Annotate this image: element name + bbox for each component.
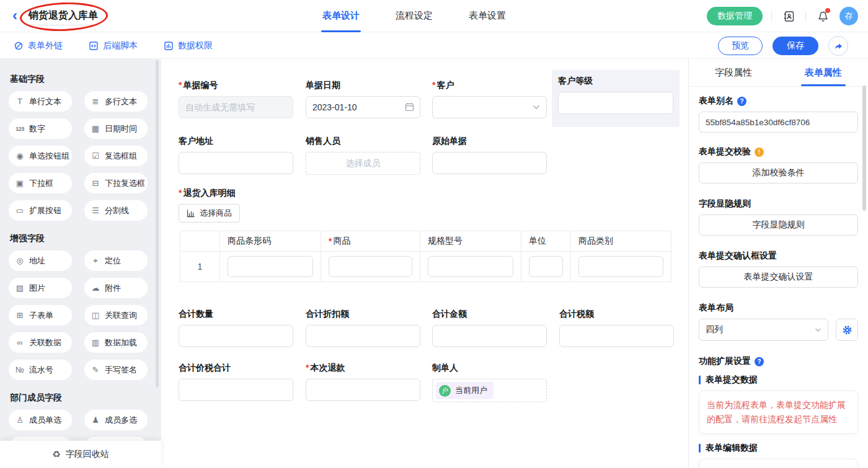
contacts-icon[interactable] bbox=[781, 8, 797, 24]
field-single-line-text[interactable]: T单行文本 bbox=[9, 91, 72, 112]
preview-button[interactable]: 预览 bbox=[718, 37, 763, 55]
notification-bell-icon[interactable] bbox=[815, 8, 831, 24]
tab-form-setting[interactable]: 表单设置 bbox=[469, 0, 506, 32]
field-extend-button[interactable]: ▭扩展按钮 bbox=[9, 200, 72, 221]
total-qty-input[interactable] bbox=[179, 325, 293, 347]
total-discount-input[interactable] bbox=[306, 325, 420, 347]
tab-flow-setting[interactable]: 流程设定 bbox=[396, 0, 433, 32]
field-select[interactable]: ▣下拉框 bbox=[9, 173, 72, 193]
help-icon[interactable] bbox=[737, 97, 746, 106]
field-radio-group[interactable]: ◉单选按钮组 bbox=[9, 146, 72, 166]
help-icon[interactable] bbox=[755, 357, 764, 366]
current-user-tag: 户 当前用户 bbox=[436, 382, 494, 399]
field-data-load[interactable]: ▥数据加载 bbox=[84, 332, 148, 353]
field-location[interactable]: ⌖定位 bbox=[84, 250, 148, 271]
bar-chart-icon bbox=[187, 209, 195, 218]
form-external-link[interactable]: 表单外链 bbox=[14, 40, 63, 51]
field-total-with-tax[interactable]: 合计价税合计 bbox=[179, 363, 293, 401]
field-refund[interactable]: 本次退款 bbox=[306, 363, 420, 401]
field-total-discount[interactable]: 合计折扣额 bbox=[306, 309, 420, 347]
visibility-rules-button[interactable]: 字段显隐规则 bbox=[699, 214, 858, 236]
share-button[interactable] bbox=[828, 36, 848, 56]
warning-icon[interactable] bbox=[755, 148, 764, 157]
user-icon: 户 bbox=[439, 385, 451, 397]
field-sales-person[interactable]: 销售人员 选择成员 bbox=[306, 136, 420, 175]
field-original-doc[interactable]: 原始单据 bbox=[432, 136, 547, 174]
unit-input[interactable] bbox=[529, 256, 563, 277]
pen-icon: ✎ bbox=[91, 365, 100, 374]
field-attachment[interactable]: ☁附件 bbox=[84, 278, 148, 298]
panel-scrollbar[interactable] bbox=[862, 86, 866, 211]
field-creator[interactable]: 制单人 户 当前用户 bbox=[432, 363, 547, 402]
col-header-barcode: 商品条形码 bbox=[220, 231, 321, 251]
tab-form-properties[interactable]: 表单属性 bbox=[779, 59, 868, 86]
back-button[interactable]: ‹ bbox=[12, 7, 17, 24]
avatar[interactable]: 存 bbox=[839, 7, 858, 25]
edit-data-section: 表单编辑数据 bbox=[699, 443, 858, 454]
spec-input[interactable] bbox=[428, 256, 513, 277]
category-input[interactable] bbox=[578, 256, 663, 277]
customer-select[interactable] bbox=[432, 96, 547, 118]
add-validation-button[interactable]: 添加校验条件 bbox=[699, 162, 858, 183]
creator-picker[interactable]: 户 当前用户 bbox=[432, 379, 547, 402]
doc-date-input[interactable] bbox=[306, 96, 420, 118]
doc-no-input[interactable] bbox=[179, 96, 293, 118]
refund-input[interactable] bbox=[306, 379, 420, 401]
serial-icon: № bbox=[15, 365, 25, 374]
select-member-picker[interactable]: 选择成员 bbox=[306, 152, 420, 175]
field-recycle-bin[interactable]: ♻ 字段回收站 bbox=[0, 441, 161, 468]
field-datetime[interactable]: ▦日期时间 bbox=[84, 118, 148, 139]
field-relation-query[interactable]: ◫关联查询 bbox=[84, 305, 148, 325]
field-customer[interactable]: 客户 bbox=[432, 80, 547, 118]
total-tax-input[interactable] bbox=[559, 325, 674, 347]
col-header-spec: 规格型号 bbox=[420, 231, 521, 251]
field-image[interactable]: ▧图片 bbox=[9, 278, 72, 298]
backend-script-link[interactable]: 后端脚本 bbox=[89, 40, 138, 51]
field-multi-select[interactable]: ⊟下拉复选框 bbox=[84, 173, 148, 193]
confirm-dialog-button[interactable]: 表单提交确认设置 bbox=[699, 267, 858, 288]
field-checkbox-group[interactable]: ☑复选框组 bbox=[84, 146, 148, 166]
data-manage-button[interactable]: 数据管理 bbox=[707, 7, 763, 25]
field-member-multi[interactable]: ♟成员多选 bbox=[84, 410, 148, 430]
recycle-icon: ♻ bbox=[52, 449, 60, 460]
tab-form-design[interactable]: 表单设计 bbox=[322, 0, 360, 32]
select-product-button[interactable]: 选择商品 bbox=[179, 204, 240, 223]
flow-form-warning: 当前为流程表单，表单提交功能扩展的配置，请前往流程发起节点属性 bbox=[699, 391, 858, 434]
field-number[interactable]: 123数字 bbox=[9, 118, 72, 139]
field-detail-subform[interactable]: 退货入库明细 bbox=[179, 188, 365, 204]
tab-field-properties[interactable]: 字段属性 bbox=[689, 59, 779, 86]
field-total-amount[interactable]: 合计金额 bbox=[432, 309, 547, 347]
product-input[interactable] bbox=[329, 256, 412, 277]
layout-select[interactable]: 四列 bbox=[699, 319, 828, 341]
field-divider[interactable]: ☰分割线 bbox=[84, 200, 148, 221]
field-relation-data[interactable]: ∞关联数据 bbox=[9, 332, 72, 353]
original-doc-input[interactable] bbox=[432, 152, 547, 174]
header-tabs: 表单设计 流程设定 表单设置 bbox=[322, 0, 506, 32]
customer-level-input[interactable] bbox=[558, 92, 673, 114]
radio-icon: ◉ bbox=[15, 151, 25, 161]
field-doc-date[interactable]: 单据日期 bbox=[306, 80, 420, 118]
form-alias-input[interactable] bbox=[699, 112, 858, 133]
save-button[interactable]: 保存 bbox=[773, 37, 818, 55]
layout-settings-button[interactable] bbox=[836, 319, 858, 341]
field-customer-address[interactable]: 客户地址 bbox=[179, 136, 293, 174]
total-amount-input[interactable] bbox=[432, 325, 547, 347]
field-address[interactable]: ◎地址 bbox=[9, 250, 72, 271]
field-total-qty[interactable]: 合计数量 bbox=[179, 309, 293, 347]
total-with-tax-input[interactable] bbox=[179, 379, 293, 401]
sidebar-scrollbar[interactable] bbox=[156, 60, 159, 387]
field-subform[interactable]: ⊞子表单 bbox=[9, 305, 72, 325]
field-doc-no[interactable]: 单据编号 bbox=[179, 80, 293, 118]
field-signature[interactable]: ✎手写签名 bbox=[84, 360, 148, 380]
data-permission-link[interactable]: 数据权限 bbox=[164, 40, 213, 51]
field-serial-number[interactable]: №流水号 bbox=[9, 360, 72, 380]
field-total-tax[interactable]: 合计税额 bbox=[559, 309, 674, 347]
field-member-single[interactable]: ♙成员单选 bbox=[9, 410, 72, 430]
barcode-input[interactable] bbox=[228, 256, 313, 277]
field-customer-level-selected[interactable]: 客户等级 bbox=[552, 70, 680, 127]
page-title[interactable]: 销货退货入库单 bbox=[29, 9, 98, 25]
customer-address-input[interactable] bbox=[179, 152, 293, 174]
field-multi-line-text[interactable]: ≣多行文本 bbox=[84, 91, 148, 112]
edit-data-box bbox=[699, 459, 858, 468]
person-icon: ♙ bbox=[15, 415, 25, 425]
